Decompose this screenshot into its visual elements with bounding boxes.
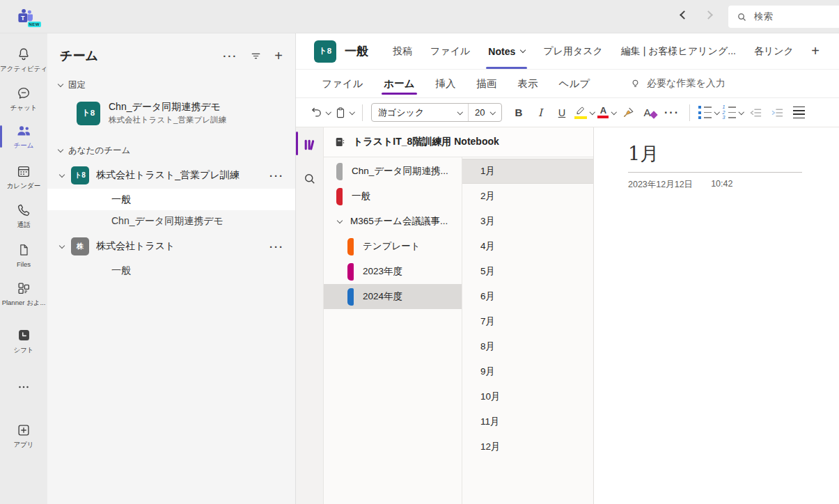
justify-button[interactable] — [790, 102, 808, 123]
team-more-button[interactable]: ··· — [269, 170, 284, 182]
numbered-list-button[interactable]: 1 2 3 — [722, 102, 744, 123]
bold-button[interactable]: B — [510, 102, 528, 123]
section-item[interactable]: M365チーム会議議事... — [324, 209, 462, 234]
channel-tab[interactable]: ファイル — [421, 33, 479, 69]
page-time: 10:42 — [711, 179, 732, 191]
rail-item-label: Files — [17, 260, 31, 268]
page-item[interactable]: 3月 — [462, 209, 593, 234]
chat-icon — [16, 85, 31, 102]
pinned-channel-item[interactable]: ト8 Chn_データ同期連携デモ 株式会社トラスト_営業プレ訓練 — [47, 97, 295, 132]
team-more-button[interactable]: ··· — [269, 241, 284, 253]
channel-tab[interactable]: 各リンク先確認訓練 — [745, 33, 793, 69]
decrease-indent-button[interactable] — [747, 102, 765, 123]
rail-item[interactable]: Files — [0, 234, 47, 273]
rail-item[interactable]: チーム — [0, 117, 47, 156]
rail-item[interactable]: チャット — [0, 78, 47, 117]
ribbon-tab[interactable]: ヘルプ — [549, 70, 601, 97]
rail-item-label: 通話 — [17, 221, 31, 230]
page-item[interactable]: 8月 — [462, 334, 593, 359]
channel-item[interactable]: 一般 — [47, 260, 295, 281]
page-item[interactable]: 10月 — [462, 384, 593, 409]
section-item[interactable]: テンプレート — [324, 234, 462, 259]
font-family-select[interactable]: 游ゴシック — [372, 104, 468, 121]
ribbon-tab[interactable]: 描画 — [466, 70, 508, 97]
ribbon-tab[interactable]: 表示 — [508, 70, 549, 97]
notebook-title: トラストIT_8階訓練用 Notebook — [353, 136, 499, 148]
section-color-tab — [347, 238, 354, 255]
section-item[interactable]: 2023年度 — [324, 259, 462, 284]
chevron-down-icon — [457, 109, 462, 115]
page-item[interactable]: 5月 — [462, 259, 593, 284]
page-item[interactable]: 12月 — [462, 434, 593, 459]
pinned-section-header[interactable]: 固定 — [47, 74, 295, 97]
chevron-down-icon — [611, 109, 617, 115]
join-or-create-team-button[interactable]: + — [274, 48, 283, 64]
back-chevron-icon[interactable] — [680, 10, 689, 19]
add-tab-button[interactable]: + — [801, 43, 829, 59]
font-size-select[interactable]: 20 — [468, 104, 501, 121]
ribbon-tab[interactable]: ファイル — [311, 70, 373, 97]
team-item[interactable]: 株 株式会社トラスト ··· — [47, 233, 295, 260]
section-item[interactable]: Chn_データ同期連携... — [324, 159, 462, 184]
italic-button[interactable]: I — [531, 102, 549, 123]
team-item[interactable]: ト8 株式会社トラスト_営業プレ訓練 ··· — [47, 162, 295, 189]
ribbon-tab[interactable]: ホーム — [373, 70, 425, 97]
page-item[interactable]: 2月 — [462, 184, 593, 209]
rail-item[interactable]: Planner およ... — [0, 273, 47, 312]
section-item[interactable]: 2024年度 — [324, 284, 462, 309]
font-color-button[interactable]: A — [597, 102, 616, 123]
separator — [362, 104, 363, 121]
notebooks-icon[interactable] — [302, 137, 317, 152]
rail-item-label: アクティビティ — [0, 65, 47, 74]
paste-button[interactable] — [334, 102, 354, 123]
page-item[interactable]: 4月 — [462, 234, 593, 259]
clear-formatting-button[interactable]: A — [641, 102, 659, 123]
panel-more-button[interactable]: ··· — [223, 50, 237, 62]
page-item[interactable]: 7月 — [462, 309, 593, 334]
more-formatting-button[interactable]: ··· — [663, 102, 681, 123]
chevron-down-icon — [520, 47, 526, 53]
your-teams-section-header[interactable]: あなたのチーム — [47, 139, 295, 162]
page-title[interactable]: 1月 — [628, 141, 839, 166]
notebook-header[interactable]: トラストIT_8階訓練用 Notebook — [324, 127, 593, 157]
chevron-down-icon — [349, 109, 354, 115]
channel-tabs: 投稿 ファイル Notes プレ用タスク 編集 | お客様ヒアリング... — [384, 33, 793, 69]
increase-indent-button[interactable] — [769, 102, 787, 123]
highlight-button[interactable] — [574, 102, 595, 123]
page-item[interactable]: 9月 — [462, 359, 593, 384]
rail-item[interactable] — [0, 368, 47, 407]
rail-item[interactable]: アクティビティ — [0, 39, 47, 78]
section-item[interactable]: 一般 — [324, 184, 462, 209]
channel-item[interactable]: Chn_データ同期連携デモ — [47, 210, 295, 232]
channel-tab[interactable]: 投稿 — [384, 33, 421, 69]
rail-item-label: カレンダー — [7, 182, 40, 191]
forward-chevron-icon[interactable] — [704, 10, 713, 19]
channel-tab[interactable]: 編集 | お客様ヒアリング... — [612, 33, 745, 69]
rail-item[interactable]: カレンダー — [0, 156, 47, 195]
rail-item[interactable]: アプリ — [0, 415, 47, 454]
search-input[interactable]: 検索 — [728, 6, 839, 28]
page-item[interactable]: 1月 — [462, 159, 593, 184]
sections-list: Chn_データ同期連携... 一般 M365チーム会議議事... — [324, 157, 462, 504]
rail-item[interactable]: 通話 — [0, 195, 47, 234]
chevron-down-icon — [714, 109, 720, 115]
page-content[interactable]: 1月 2023年12月12日 10:42 — [594, 127, 839, 504]
page-item[interactable]: 11月 — [462, 409, 593, 434]
channel-tab[interactable]: Notes — [479, 33, 534, 69]
channel-tab[interactable]: プレ用タスク — [534, 33, 612, 69]
title-divider — [628, 172, 802, 173]
ribbon-tab[interactable]: 挿入 — [425, 70, 466, 97]
filter-icon[interactable] — [250, 50, 262, 62]
bulleted-list-button[interactable] — [698, 102, 719, 123]
team-avatar: ト8 — [77, 102, 100, 125]
underline-button[interactable]: U — [553, 102, 571, 123]
page-item[interactable]: 6月 — [462, 284, 593, 309]
section-color-tab — [336, 188, 343, 205]
search-icon[interactable] — [303, 172, 317, 186]
teams-logo-icon[interactable]: T NEW — [17, 7, 36, 26]
channel-item[interactable]: 一般 — [47, 189, 295, 210]
undo-button[interactable] — [310, 102, 331, 123]
rail-item[interactable]: シフト — [0, 320, 47, 359]
format-painter-button[interactable] — [620, 102, 638, 123]
tell-me-box[interactable]: 必要な作業を入力 — [629, 77, 726, 90]
